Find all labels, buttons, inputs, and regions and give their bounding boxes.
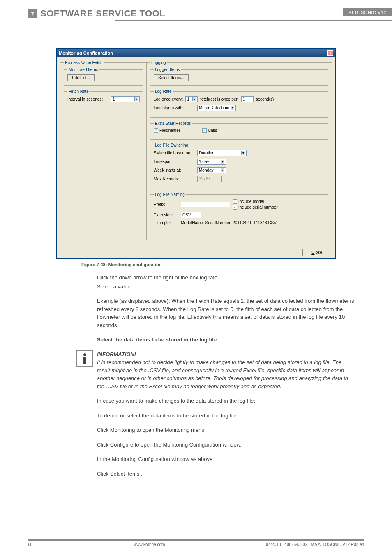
fieldnames-checkbox[interactable]: ✓Fieldnames xyxy=(154,128,181,133)
monitoring-configuration-dialog: Monitoring Configuration × Process Value… xyxy=(56,48,336,259)
footer-url: www.krohne.com xyxy=(134,542,165,547)
dialog-title: Monitoring Configuration xyxy=(59,51,113,55)
switching-legend: Log File Switching xyxy=(154,143,189,147)
body-p4: In case you want to make changes to the … xyxy=(97,397,356,405)
timestamp-combo[interactable]: Meter Date/Time ▾ xyxy=(197,105,236,111)
header-rule xyxy=(115,20,392,21)
units-label: Units xyxy=(208,128,217,133)
timestamp-value: Meter Date/Time xyxy=(199,106,229,110)
select-items-button[interactable]: Select Items... xyxy=(154,74,189,81)
timespan-value: 1 day xyxy=(199,159,209,164)
select-heading: Select the data items to be stored in th… xyxy=(97,336,356,344)
extension-label: Extension: xyxy=(154,213,178,217)
log-once-combo[interactable]: 1 ▾ xyxy=(185,96,198,102)
example-label: Example: xyxy=(154,221,178,225)
body-p2: Select a value. xyxy=(97,283,356,291)
fetches-value: 1 xyxy=(241,96,254,102)
interval-value: 1 xyxy=(113,97,115,101)
page-number: 68 xyxy=(28,542,32,547)
process-value-fetch-group: Process Value Fetch Monitored Items Edit… xyxy=(60,60,147,117)
extra-start-legend: Extra Start Records xyxy=(154,121,192,126)
week-starts-value: Monday xyxy=(199,168,214,173)
max-records-value: 32767 xyxy=(197,176,222,182)
chevron-down-icon: ▾ xyxy=(231,106,234,110)
switch-based-label: Switch file based on: xyxy=(154,151,195,155)
body-p6: Click Monitoring to open the Monitoring … xyxy=(97,426,356,434)
logged-items-group: Logged Items Select Items... xyxy=(150,67,328,86)
extra-start-group: Extra Start Records ✓Fieldnames ✓Units xyxy=(150,121,328,140)
chapter-title: SOFTWARE SERVICE TOOL xyxy=(40,8,165,19)
log-once-label: Log once every: xyxy=(154,97,183,101)
pvf-legend: Process Value Fetch xyxy=(64,60,104,65)
week-starts-combo[interactable]: Monday▾ xyxy=(197,167,226,173)
close-button-label: lose xyxy=(314,250,322,255)
timestamp-label: Timestamp with: xyxy=(154,106,195,110)
chevron-down-icon: ▾ xyxy=(192,97,196,101)
close-icon[interactable]: × xyxy=(327,50,333,56)
check-icon: ✓ xyxy=(202,128,207,133)
body-p5: To define or select the data items to be… xyxy=(97,412,356,420)
prefix-input[interactable] xyxy=(181,202,230,207)
chevron-down-icon: ▾ xyxy=(221,160,224,164)
log-file-switching-group: Log File Switching Switch file based on:… xyxy=(150,143,328,189)
edit-list-button[interactable]: Edit List... xyxy=(67,74,95,81)
interval-label: Interval in seconds: xyxy=(67,97,108,101)
include-model-label: Include model xyxy=(238,199,264,204)
fetches-label: fetch(es) is once per: xyxy=(200,97,238,101)
logged-items-legend: Logged Items xyxy=(154,67,181,72)
logging-group: Logging Logged Items Select Items... Log… xyxy=(146,60,332,240)
monitored-items-group: Monitored Items Edit List... xyxy=(64,67,143,86)
week-starts-label: Week starts at: xyxy=(154,168,195,173)
fieldnames-label: Fieldnames xyxy=(159,128,181,133)
chevron-down-icon: ▾ xyxy=(241,151,245,155)
check-icon: ✓ xyxy=(154,128,158,133)
log-rate-group: Log Rate Log once every: 1 ▾ fetch(es) i… xyxy=(150,89,328,118)
footer-revision: 04/2013 - 4002643502 - MA ALTOSONIC V12 … xyxy=(266,542,364,547)
naming-legend: Log File Naming xyxy=(154,192,186,197)
body-p8: In the Monitoring Configuration window a… xyxy=(97,455,356,463)
log-file-naming-group: Log File Naming Prefix: ✓Include model ✓… xyxy=(150,192,328,232)
monitored-items-legend: Monitored Items xyxy=(67,67,99,72)
body-p7: Click Configure to open the Monitoring C… xyxy=(97,441,356,449)
info-body: It is recommended not to decide lightly … xyxy=(97,358,356,390)
switch-based-combo[interactable]: Duration▾ xyxy=(197,150,247,156)
chevron-down-icon: ▾ xyxy=(134,97,138,101)
log-once-value: 1 xyxy=(187,97,189,101)
body-p1: Click the down arrow to the right of the… xyxy=(97,274,356,282)
timespan-label: Timespan: xyxy=(154,159,195,164)
log-rate-legend: Log Rate xyxy=(154,89,173,94)
chevron-down-icon: ▾ xyxy=(221,168,224,172)
product-tab: ALTOSONIC V12 xyxy=(343,8,392,16)
max-records-label: Max Records: xyxy=(154,177,195,181)
page-footer: 68 www.krohne.com 04/2013 - 4002643502 -… xyxy=(28,539,364,547)
close-button[interactable]: Close xyxy=(302,249,331,256)
fetch-rate-legend: Fetch Rate xyxy=(67,89,90,94)
include-serial-label: Include serial number xyxy=(238,205,278,210)
switch-based-value: Duration xyxy=(199,151,214,155)
units-checkbox[interactable]: ✓Units xyxy=(202,128,217,133)
extension-input[interactable]: CSV xyxy=(181,212,201,218)
fetch-rate-group: Fetch Rate Interval in seconds: 1 ▾ xyxy=(64,89,143,109)
check-icon: ✓ xyxy=(233,199,237,204)
dialog-titlebar: Monitoring Configuration × xyxy=(57,49,335,57)
seconds-label: second(s) xyxy=(256,97,274,101)
body-p3: Example (as displayed above): When the F… xyxy=(97,297,356,329)
logging-legend: Logging xyxy=(150,60,167,65)
figure-caption: Figure 7-48: Monitoring configuration xyxy=(81,262,364,267)
chapter-number: 7 xyxy=(28,9,37,18)
info-icon xyxy=(76,350,93,367)
example-value: ModelName_SerialNumber_20110420_141348.C… xyxy=(181,221,277,225)
info-title: INFORMATION! xyxy=(97,350,356,359)
body-p9: Click Select Items . xyxy=(97,470,356,478)
timespan-combo[interactable]: 1 day▾ xyxy=(197,159,226,165)
interval-combo[interactable]: 1 ▾ xyxy=(111,96,140,102)
prefix-label: Prefix: xyxy=(154,202,178,207)
include-serial-checkbox[interactable]: ✓Include serial number xyxy=(233,205,278,210)
include-model-checkbox[interactable]: ✓Include model xyxy=(233,199,278,204)
check-icon: ✓ xyxy=(233,205,237,210)
